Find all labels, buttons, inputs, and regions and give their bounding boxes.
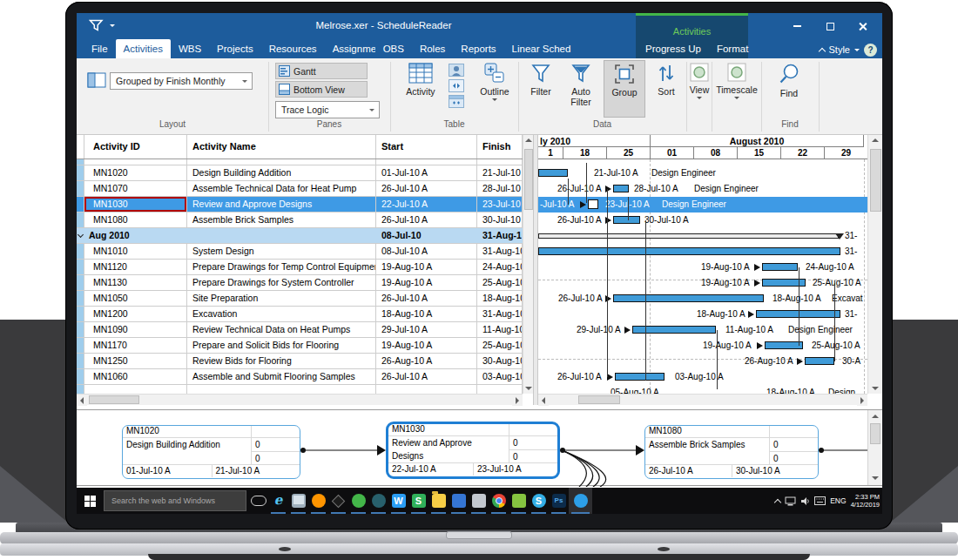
window-options-icon[interactable] (449, 95, 464, 108)
row-indicator[interactable] (77, 159, 84, 165)
scrollbar-thumb[interactable] (578, 395, 620, 404)
cell-activity-name[interactable] (187, 228, 376, 243)
network-icon[interactable] (785, 496, 796, 506)
filter-button[interactable]: Filter (523, 60, 559, 97)
cell-start[interactable]: 08-Jul-10 A (376, 244, 477, 259)
column-header-activity-name[interactable]: Activity Name (187, 135, 376, 159)
trace-vertical-scrollbar[interactable] (867, 410, 881, 485)
scrollbar-thumb[interactable] (870, 423, 880, 444)
cell-activity-name[interactable]: Design Building Addition (187, 165, 376, 180)
cell-start[interactable] (376, 159, 477, 165)
collapse-ribbon-icon[interactable] (818, 47, 825, 54)
table-row-mn1200[interactable]: MN1200Excavation18-Aug-10 A31-Aug-10 A (77, 307, 523, 322)
table-row-mn1250[interactable]: MN1250Review Bids for Flooring26-Aug-10 … (77, 354, 523, 369)
tab-projects[interactable]: Projects (209, 39, 261, 58)
wps-spreadsheets-icon[interactable]: S (408, 488, 428, 514)
gantt-row[interactable] (538, 159, 867, 165)
maximize-button[interactable] (817, 17, 843, 36)
cell-activity-id[interactable]: MN1050 (84, 291, 187, 306)
cell-activity-id[interactable]: MN1070 (84, 181, 187, 196)
timescale-week[interactable]: 29 (824, 147, 867, 159)
close-button[interactable] (849, 17, 875, 36)
table-horizontal-scrollbar[interactable] (77, 394, 523, 405)
cell-activity-id[interactable] (84, 385, 187, 394)
archive-app-icon[interactable] (469, 488, 489, 514)
cell-finish[interactable]: 31-Aug-10 (477, 228, 523, 243)
cell-finish[interactable]: 23-Jul-10 A (477, 197, 523, 212)
cell-finish[interactable]: 28-Jul-10 A (477, 181, 523, 196)
gantt-bar[interactable] (805, 357, 834, 365)
gantt-row[interactable]: 26-Jul-10 A03-Aug-10 A (538, 369, 867, 385)
style-button[interactable]: Style (829, 44, 850, 55)
row-indicator[interactable] (77, 354, 84, 368)
cell-activity-id[interactable] (84, 159, 187, 165)
quick-filter-icon[interactable] (89, 19, 105, 32)
gantt-bar[interactable] (615, 373, 665, 381)
cell-activity-id[interactable]: MN1010 (84, 244, 187, 259)
tab-roles[interactable]: Roles (412, 39, 453, 58)
start-button[interactable] (77, 488, 103, 514)
timescale-week[interactable]: 18 (563, 147, 606, 159)
sphere-app-icon[interactable] (368, 488, 388, 514)
table-row-mn1060[interactable]: MN1060Assemble and Submit Flooring Sampl… (77, 369, 523, 385)
scroll-right-icon[interactable] (860, 397, 867, 404)
scroll-left-icon[interactable] (538, 397, 545, 404)
gantt-row[interactable]: 31- (538, 244, 867, 260)
table-row-mn1170[interactable]: MN1170Prepare and Solicit Bids for Floor… (77, 338, 523, 354)
cell-activity-id[interactable]: MN1030 (84, 197, 187, 212)
cell-finish[interactable]: 24-Aug-10 A (477, 260, 523, 274)
keyboard-icon[interactable] (814, 496, 826, 505)
cell-start[interactable]: 26-Jul-10 A (376, 291, 477, 306)
cell-start[interactable]: 22-Jul-10 A (376, 197, 477, 212)
timescale-month[interactable]: August 2010 (650, 135, 864, 147)
quick-access-caret-icon[interactable] (110, 24, 115, 30)
tab-progress-up[interactable]: Progress Up (638, 39, 709, 58)
gantt-milestone-box[interactable] (588, 199, 598, 209)
cell-activity-name[interactable]: Review Technical Data on Heat Pumps (187, 322, 376, 337)
timescale-week[interactable]: 22 (780, 147, 824, 159)
language-indicator[interactable]: ENG (830, 496, 846, 505)
cell-start[interactable]: 29-Jul-10 A (376, 322, 477, 337)
scroll-down-icon[interactable] (525, 387, 532, 394)
cell-start[interactable]: 26-Jul-10 A (376, 369, 477, 384)
gantt-pane-toggle[interactable]: Gantt (275, 63, 368, 79)
visual-studio-icon[interactable] (449, 488, 469, 514)
scroll-up-icon[interactable] (872, 411, 879, 418)
cell-start[interactable]: 26-Jul-10 A (376, 181, 477, 196)
gantt-row[interactable]: 26-Jul-10 A18-Aug-10 AExcavat (538, 291, 867, 307)
table-row[interactable] (77, 159, 523, 165)
cell-finish[interactable]: 21-Jul-10 A (477, 165, 523, 180)
row-indicator[interactable] (77, 322, 84, 337)
cell-finish[interactable]: 25-Aug-10 A (477, 275, 523, 290)
gantt-row[interactable]: 21-Jul-10 ADesign Engineer (538, 165, 867, 181)
scroll-down-icon[interactable] (872, 476, 879, 483)
gantt-bar[interactable] (765, 341, 803, 349)
row-indicator[interactable] (77, 228, 84, 243)
scroll-right-icon[interactable] (516, 397, 523, 404)
row-indicator[interactable] (77, 197, 84, 212)
bottom-view-toggle[interactable]: Bottom View (275, 81, 368, 98)
row-indicator[interactable] (77, 165, 84, 180)
cell-activity-name[interactable] (187, 159, 376, 165)
cell-activity-name[interactable] (187, 385, 376, 394)
column-header-start[interactable]: Start (376, 135, 477, 159)
tab-format[interactable]: Format (709, 39, 756, 58)
cell-activity-id[interactable]: MN1090 (84, 322, 187, 337)
row-indicator[interactable] (77, 275, 84, 290)
wps-writer-icon[interactable]: W (388, 488, 408, 514)
gantt-bar[interactable] (632, 326, 716, 334)
style-caret-icon[interactable] (854, 49, 860, 54)
table-row-mn1120[interactable]: MN1120Prepare Drawings for Temp Control … (77, 260, 523, 275)
cell-activity-name[interactable]: Prepare Drawings for System Controller (187, 275, 376, 290)
file-explorer-icon[interactable] (428, 488, 449, 514)
gantt-vertical-scrollbar[interactable] (867, 135, 882, 394)
green-app-icon[interactable] (348, 488, 368, 514)
cell-activity-id[interactable]: MN1060 (84, 369, 187, 384)
gantt-horizontal-scrollbar[interactable] (538, 394, 867, 405)
gantt-row[interactable]: 19-Aug-10 A25-Aug-10 A (538, 275, 867, 291)
view-button[interactable]: View (687, 60, 712, 102)
timescale-week[interactable]: 25 (606, 147, 650, 159)
row-indicator[interactable] (77, 385, 84, 394)
row-indicator[interactable] (77, 307, 84, 321)
table-row-aug2010[interactable]: Aug 201008-Jul-1031-Aug-10 (77, 228, 523, 244)
